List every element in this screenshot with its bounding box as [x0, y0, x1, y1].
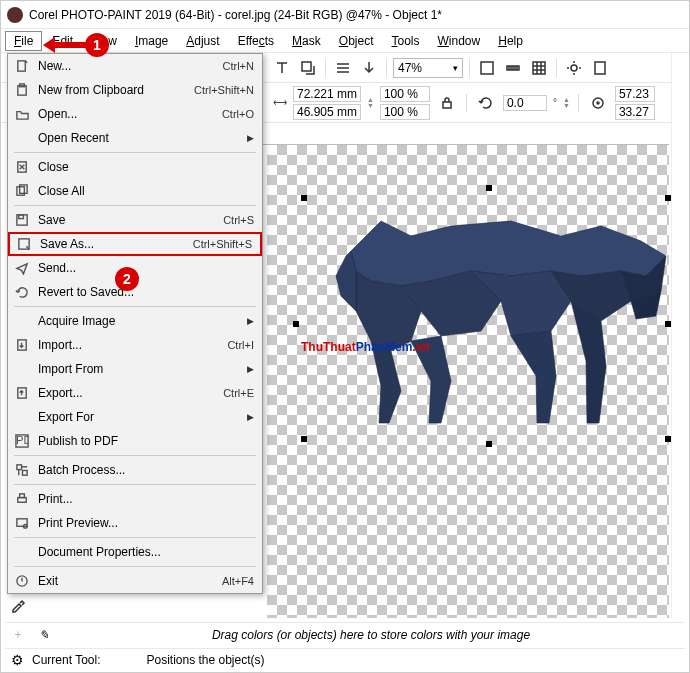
wolf-image-object[interactable] — [301, 201, 671, 431]
tool-fullscreen-icon[interactable] — [476, 57, 498, 79]
tool-grid-icon[interactable] — [528, 57, 550, 79]
center-y-input[interactable]: 33.27 — [615, 104, 655, 120]
selection-handle[interactable] — [301, 436, 307, 442]
svg-rect-4 — [443, 102, 451, 108]
menuitem-export-for[interactable]: Export For▶ — [8, 405, 262, 429]
eyedropper-icon[interactable] — [5, 592, 31, 618]
tool-arrow-down-icon[interactable] — [358, 57, 380, 79]
menu-help[interactable]: Help — [490, 32, 531, 50]
right-scrollbar[interactable] — [671, 53, 689, 618]
status-bar: ⚙ Current Tool: Positions the object(s) — [5, 648, 685, 670]
menuitem-label: New... — [32, 59, 223, 73]
window-title: Corel PHOTO-PAINT 2019 (64-Bit) - corel.… — [29, 8, 442, 22]
selection-handle[interactable] — [665, 195, 671, 201]
color-store-bar[interactable]: ＋ ✎ Drag colors (or objects) here to sto… — [5, 622, 685, 646]
shortcut-label: Ctrl+I — [227, 339, 254, 351]
width-input[interactable]: 72.221 mm — [293, 86, 361, 102]
selection-handle[interactable] — [486, 185, 492, 191]
menuitem-close[interactable]: Close — [8, 155, 262, 179]
angle-spinner[interactable]: ▲▼ — [563, 97, 570, 109]
svg-rect-36 — [17, 519, 27, 526]
menuitem-label: Export For — [32, 410, 247, 424]
scale-y-input[interactable]: 100 % — [380, 104, 430, 120]
menuitem-save-as[interactable]: Save As...Ctrl+Shift+S — [8, 232, 262, 256]
selection-handle[interactable] — [486, 441, 492, 447]
current-tool-label: Current Tool: — [32, 653, 100, 667]
menu-object[interactable]: Object — [331, 32, 382, 50]
menuitem-import-from[interactable]: Import From▶ — [8, 357, 262, 381]
menuitem-print-preview[interactable]: Print Preview... — [8, 511, 262, 535]
selection-handle[interactable] — [301, 195, 307, 201]
menuitem-label: Import... — [32, 338, 227, 352]
revert-icon — [12, 285, 32, 299]
menuitem-exit[interactable]: ExitAlt+F4 — [8, 569, 262, 593]
tool-options-icon[interactable] — [563, 57, 585, 79]
tool-rulers-icon[interactable] — [502, 57, 524, 79]
width-icon: ⟷ — [273, 97, 287, 108]
menuitem-document-properties[interactable]: Document Properties... — [8, 540, 262, 564]
annotation-arrow — [39, 39, 89, 51]
menuitem-open[interactable]: Open...Ctrl+O — [8, 102, 262, 126]
tool-launch-icon[interactable] — [297, 57, 319, 79]
add-swatch-icon[interactable]: ＋ — [5, 626, 31, 643]
svg-rect-34 — [18, 498, 26, 503]
lock-ratio-icon[interactable] — [436, 92, 458, 114]
menuitem-label: Open... — [32, 107, 222, 121]
menuitem-batch-process[interactable]: Batch Process... — [8, 458, 262, 482]
tool-align-icon[interactable] — [332, 57, 354, 79]
height-input[interactable]: 46.905 mm — [293, 104, 361, 120]
menu-adjust[interactable]: Adjust — [178, 32, 227, 50]
annotation-callout-2: 2 — [115, 267, 139, 291]
svg-point-6 — [597, 102, 599, 104]
svg-rect-19 — [18, 61, 25, 71]
menuitem-export[interactable]: Export...Ctrl+E — [8, 381, 262, 405]
scale-x-input[interactable]: 100 % — [380, 86, 430, 102]
menuitem-publish-to-pdf[interactable]: PDFPublish to PDF — [8, 429, 262, 453]
zoom-select[interactable]: 47%▾ — [393, 58, 463, 78]
menuitem-open-recent[interactable]: Open Recent▶ — [8, 126, 262, 150]
shortcut-label: Alt+F4 — [222, 575, 254, 587]
shortcut-label: Ctrl+S — [223, 214, 254, 226]
menuitem-save[interactable]: SaveCtrl+S — [8, 208, 262, 232]
tool-doc-icon[interactable] — [589, 57, 611, 79]
menuitem-acquire-image[interactable]: Acquire Image▶ — [8, 309, 262, 333]
menuitem-label: Revert to Saved... — [32, 285, 254, 299]
menuitem-label: Open Recent — [32, 131, 247, 145]
menu-mask[interactable]: Mask — [284, 32, 329, 50]
menuitem-import[interactable]: Import...Ctrl+I — [8, 333, 262, 357]
menuitem-label: Print Preview... — [32, 516, 254, 530]
center-icon[interactable] — [587, 92, 609, 114]
menuitem-label: New from Clipboard — [32, 83, 194, 97]
menuitem-close-all[interactable]: Close All — [8, 179, 262, 203]
selection-handle[interactable] — [665, 321, 671, 327]
menuitem-new-from-clipboard[interactable]: New from ClipboardCtrl+Shift+N — [8, 78, 262, 102]
import-icon — [12, 338, 32, 352]
menuitem-print[interactable]: Print... — [8, 487, 262, 511]
rotate-icon[interactable] — [475, 92, 497, 114]
selection-handle[interactable] — [665, 436, 671, 442]
menu-effects[interactable]: Effects — [230, 32, 282, 50]
angle-input[interactable]: 0.0 — [503, 95, 547, 111]
svg-marker-17 — [336, 251, 356, 311]
menuitem-label: Acquire Image — [32, 314, 247, 328]
chevron-down-icon: ▾ — [453, 63, 458, 73]
gear-icon[interactable]: ⚙ — [11, 652, 24, 668]
tool-text-icon[interactable] — [271, 57, 293, 79]
shortcut-label: Ctrl+Shift+S — [193, 238, 252, 250]
menuitem-new[interactable]: New...Ctrl+N — [8, 54, 262, 78]
center-x-input[interactable]: 57.23 — [615, 86, 655, 102]
menu-tools[interactable]: Tools — [384, 32, 428, 50]
titlebar: Corel PHOTO-PAINT 2019 (64-Bit) - corel.… — [1, 1, 689, 29]
eyedropper-icon[interactable]: ✎ — [31, 628, 57, 642]
selection-handle[interactable] — [293, 321, 299, 327]
menu-window[interactable]: Window — [430, 32, 489, 50]
svg-marker-15 — [511, 331, 556, 423]
shortcut-label: Ctrl+O — [222, 108, 254, 120]
send-icon — [12, 261, 32, 275]
shortcut-label: Ctrl+N — [223, 60, 254, 72]
size-spinner[interactable]: ▲▼ — [367, 97, 374, 109]
zoom-value: 47% — [398, 61, 422, 75]
pdf-icon: PDF — [12, 434, 32, 448]
menuitem-label: Import From — [32, 362, 247, 376]
menu-image[interactable]: Image — [127, 32, 176, 50]
